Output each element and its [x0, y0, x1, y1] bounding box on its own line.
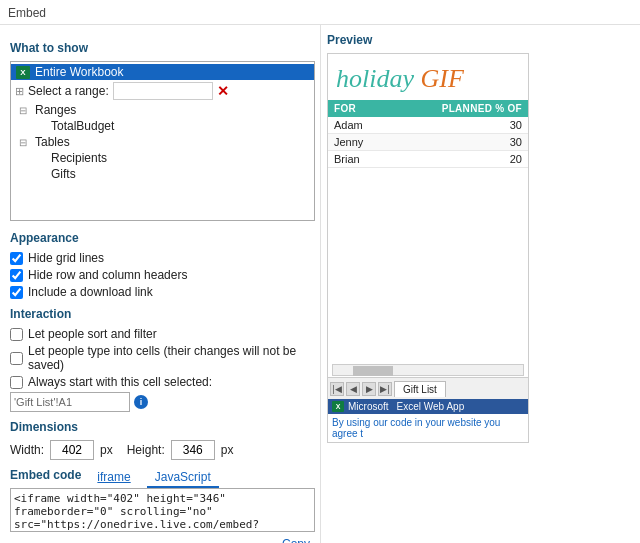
start-cell-row[interactable]: Always start with this cell selected:	[10, 375, 310, 389]
preview-table-area: FOR PLANNED % OF Adam30Jenny30Brian20	[328, 100, 528, 363]
interaction-label: Interaction	[10, 307, 310, 321]
tree-item-total-budget[interactable]: TotalBudget	[11, 118, 314, 134]
tables-label: Tables	[35, 135, 70, 149]
preview-table: FOR PLANNED % OF Adam30Jenny30Brian20	[328, 100, 528, 168]
what-to-show-tree[interactable]: X Entire Workbook ⊞ Select a range: ✕ ⊟ …	[10, 61, 315, 221]
tab-javascript[interactable]: JavaScript	[147, 468, 219, 488]
hide-headers-row[interactable]: Hide row and column headers	[10, 268, 310, 282]
table-row: Jenny30	[328, 134, 528, 151]
include-download-checkbox[interactable]	[10, 286, 23, 299]
page-title: Embed	[0, 0, 640, 25]
excel-branding-bar: X Microsoft Excel Web App	[328, 399, 528, 414]
right-panel: Preview holiday GIF FOR PLANNED % OF Ada…	[320, 25, 640, 543]
width-label: Width:	[10, 443, 44, 457]
holiday-text: holiday	[336, 64, 421, 93]
nav-first-button[interactable]: |◀	[330, 382, 344, 396]
select-range-row: ⊞ Select a range: ✕	[11, 80, 314, 102]
tree-item-gifts[interactable]: Gifts	[11, 166, 314, 182]
copy-button[interactable]: Copy	[10, 537, 310, 543]
height-input[interactable]	[171, 440, 215, 460]
info-icon[interactable]: i	[134, 395, 148, 409]
preview-header: holiday GIF	[328, 54, 528, 100]
cell-for: Jenny	[328, 134, 390, 151]
preview-box: holiday GIF FOR PLANNED % OF Adam30Jenny…	[327, 53, 529, 443]
cell-for: Adam	[328, 117, 390, 134]
col-planned-header: PLANNED % OF	[390, 100, 528, 117]
tree-item-entire-workbook[interactable]: X Entire Workbook	[11, 64, 314, 80]
branding-app: Microsoft	[348, 401, 389, 412]
tab-iframe[interactable]: iframe	[89, 468, 138, 488]
branding-name: Excel Web App	[397, 401, 465, 412]
dimensions-label: Dimensions	[10, 420, 310, 434]
cell-input[interactable]	[10, 392, 130, 412]
cell-planned: 20	[390, 151, 528, 168]
cell-input-row: i	[10, 392, 310, 412]
ranges-icon: ⊟	[15, 103, 31, 117]
cell-planned: 30	[390, 134, 528, 151]
width-input[interactable]	[50, 440, 94, 460]
sheet-tabs-bar: |◀ ◀ ▶ ▶| Gift List	[328, 377, 528, 399]
type-cells-checkbox[interactable]	[10, 352, 23, 365]
appearance-label: Appearance	[10, 231, 310, 245]
table-row: Brian20	[328, 151, 528, 168]
ranges-label: Ranges	[35, 103, 76, 117]
sort-filter-row[interactable]: Let people sort and filter	[10, 327, 310, 341]
type-cells-label: Let people type into cells (their change…	[28, 344, 310, 372]
tree-item-tables[interactable]: ⊟ Tables	[11, 134, 314, 150]
agree-text: By using our code in your website you ag…	[328, 414, 528, 442]
recipients-label: Recipients	[51, 151, 107, 165]
type-cells-row[interactable]: Let people type into cells (their change…	[10, 344, 310, 372]
include-download-label: Include a download link	[28, 285, 153, 299]
left-panel: What to show X Entire Workbook ⊞ Select …	[0, 25, 320, 543]
table-row: Adam30	[328, 117, 528, 134]
hide-headers-label: Hide row and column headers	[28, 268, 187, 282]
entire-workbook-label: Entire Workbook	[35, 65, 123, 79]
nav-last-button[interactable]: ▶|	[378, 382, 392, 396]
scrollbar-thumb[interactable]	[353, 366, 393, 376]
nav-next-button[interactable]: ▶	[362, 382, 376, 396]
total-budget-label: TotalBudget	[51, 119, 114, 133]
range-input[interactable]	[113, 82, 213, 100]
include-download-row[interactable]: Include a download link	[10, 285, 310, 299]
excel-logo-icon: X	[332, 401, 344, 412]
range-clear-button[interactable]: ✕	[217, 83, 229, 99]
col-for-header: FOR	[328, 100, 390, 117]
nav-prev-button[interactable]: ◀	[346, 382, 360, 396]
start-cell-label: Always start with this cell selected:	[28, 375, 212, 389]
hide-headers-checkbox[interactable]	[10, 269, 23, 282]
width-unit: px	[100, 443, 113, 457]
start-cell-checkbox[interactable]	[10, 376, 23, 389]
tree-item-recipients[interactable]: Recipients	[11, 150, 314, 166]
sort-filter-checkbox[interactable]	[10, 328, 23, 341]
gif-text: GIF	[421, 64, 464, 93]
select-range-label: Select a range:	[28, 84, 109, 98]
preview-title: Preview	[327, 33, 634, 47]
embed-code-section: Embed code iframe JavaScript <iframe wid…	[10, 468, 310, 543]
embed-code-textarea[interactable]: <iframe width="402" height="346" framebo…	[10, 488, 315, 532]
embed-tabs: Embed code iframe JavaScript	[10, 468, 310, 488]
hide-grid-label: Hide grid lines	[28, 251, 104, 265]
height-unit: px	[221, 443, 234, 457]
cell-planned: 30	[390, 117, 528, 134]
what-to-show-label: What to show	[10, 41, 310, 55]
sheet-tab-gift-list[interactable]: Gift List	[394, 381, 446, 397]
height-label: Height:	[127, 443, 165, 457]
tables-icon: ⊟	[15, 135, 31, 149]
range-icon: ⊞	[15, 85, 24, 98]
sort-filter-label: Let people sort and filter	[28, 327, 157, 341]
hide-grid-checkbox[interactable]	[10, 252, 23, 265]
embed-code-label: Embed code	[10, 468, 81, 488]
excel-workbook-icon: X	[15, 65, 31, 79]
hide-grid-row[interactable]: Hide grid lines	[10, 251, 310, 265]
dimensions-row: Width: px Height: px	[10, 440, 310, 460]
cell-for: Brian	[328, 151, 390, 168]
gifts-label: Gifts	[51, 167, 76, 181]
tree-item-ranges[interactable]: ⊟ Ranges	[11, 102, 314, 118]
horizontal-scrollbar[interactable]	[332, 364, 524, 376]
